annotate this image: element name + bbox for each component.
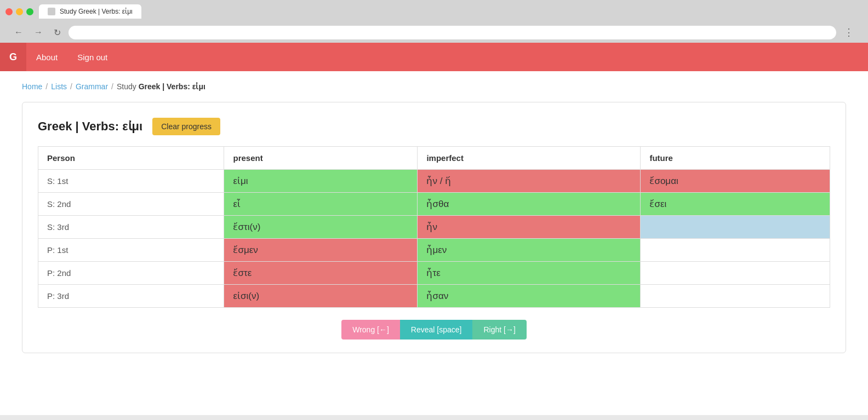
breadcrumb-current: Study Greek | Verbs: εἰμι: [117, 82, 205, 91]
col-header-imperfect: imperfect: [418, 147, 641, 170]
about-link[interactable]: About: [26, 43, 67, 71]
sign-out-link[interactable]: Sign out: [67, 43, 117, 71]
main-content: Home / Lists / Grammar / Study Greek | V…: [0, 71, 868, 364]
right-button[interactable]: Right [→]: [472, 320, 526, 340]
person-cell: S: 2nd: [38, 193, 224, 216]
future-cell[interactable]: [641, 239, 830, 262]
col-header-person: Person: [38, 147, 224, 170]
answer-buttons: Wrong [←] Reveal [space] Right [→]: [38, 320, 830, 340]
present-cell[interactable]: ἔστε: [224, 262, 418, 285]
table-header-row: Person present imperfect future: [38, 147, 830, 170]
person-cell: P: 2nd: [38, 262, 224, 285]
person-cell: S: 1st: [38, 170, 224, 193]
browser-menu-button[interactable]: ⋮: [841, 25, 857, 39]
navbar-brand: G: [0, 43, 26, 71]
person-cell: S: 3rd: [38, 216, 224, 239]
browser-titlebar: Study Greek | Verbs: εἰμι: [5, 4, 863, 19]
col-header-present: present: [224, 147, 418, 170]
browser-tab[interactable]: Study Greek | Verbs: εἰμι: [39, 4, 141, 19]
future-cell[interactable]: [641, 285, 830, 308]
reload-button[interactable]: ↻: [50, 26, 64, 39]
person-cell: P: 3rd: [38, 285, 224, 308]
breadcrumb: Home / Lists / Grammar / Study Greek | V…: [22, 82, 846, 91]
person-cell: P: 1st: [38, 239, 224, 262]
address-bar[interactable]: [68, 26, 836, 39]
future-cell[interactable]: ἔσει: [641, 193, 830, 216]
tab-label: Study Greek | Verbs: εἰμι: [60, 8, 133, 15]
browser-body: G About Sign out Home / Lists / Grammar …: [0, 43, 868, 415]
table-row[interactable]: S: 3rdἔστι(ν)ἦν: [38, 216, 830, 239]
breadcrumb-sep-3: /: [111, 82, 113, 91]
imperfect-cell[interactable]: ἦν / ἥ: [418, 170, 641, 193]
card-title: Greek | Verbs: εἰμι: [38, 119, 142, 134]
tab-favicon: [48, 8, 55, 15]
col-header-future: future: [641, 147, 830, 170]
present-cell[interactable]: εἰμι: [224, 170, 418, 193]
study-card: Greek | Verbs: εἰμι Clear progress Perso…: [22, 102, 846, 353]
clear-progress-button[interactable]: Clear progress: [152, 118, 220, 135]
future-cell[interactable]: [641, 262, 830, 285]
reveal-button[interactable]: Reveal [space]: [400, 320, 473, 340]
imperfect-cell[interactable]: ἦσθα: [418, 193, 641, 216]
breadcrumb-sep-1: /: [45, 82, 48, 91]
present-cell[interactable]: εἰσι(ν): [224, 285, 418, 308]
future-cell[interactable]: [641, 216, 830, 239]
present-cell[interactable]: ἔσμεν: [224, 239, 418, 262]
breadcrumb-lists[interactable]: Lists: [51, 82, 67, 91]
wrong-button[interactable]: Wrong [←]: [341, 320, 400, 340]
present-cell[interactable]: εἶ: [224, 193, 418, 216]
verb-table: Person present imperfect future S: 1stεἰ…: [38, 146, 830, 308]
browser-chrome: Study Greek | Verbs: εἰμι ← → ↻ ⋮: [0, 0, 868, 43]
present-cell[interactable]: ἔστι(ν): [224, 216, 418, 239]
table-row[interactable]: S: 1stεἰμιἦν / ἥἔσομαι: [38, 170, 830, 193]
breadcrumb-sep-2: /: [70, 82, 72, 91]
back-button[interactable]: ←: [11, 26, 26, 38]
imperfect-cell[interactable]: ἦμεν: [418, 239, 641, 262]
table-row[interactable]: P: 2ndἔστεἦτε: [38, 262, 830, 285]
future-cell[interactable]: ἔσομαι: [641, 170, 830, 193]
navbar: G About Sign out: [0, 43, 868, 71]
minimize-dot[interactable]: [16, 8, 23, 15]
imperfect-cell[interactable]: ἦν: [418, 216, 641, 239]
browser-nav: ← → ↻ ⋮: [5, 22, 863, 43]
breadcrumb-home[interactable]: Home: [22, 82, 42, 91]
card-header: Greek | Verbs: εἰμι Clear progress: [38, 118, 830, 135]
breadcrumb-grammar[interactable]: Grammar: [76, 82, 108, 91]
table-row[interactable]: P: 3rdεἰσι(ν)ἦσαν: [38, 285, 830, 308]
imperfect-cell[interactable]: ἦτε: [418, 262, 641, 285]
imperfect-cell[interactable]: ἦσαν: [418, 285, 641, 308]
forward-button[interactable]: →: [31, 26, 46, 38]
close-dot[interactable]: [5, 8, 13, 15]
browser-window-controls: [5, 8, 33, 15]
maximize-dot[interactable]: [26, 8, 33, 15]
table-row[interactable]: S: 2ndεἶἦσθαἔσει: [38, 193, 830, 216]
table-row[interactable]: P: 1stἔσμενἦμεν: [38, 239, 830, 262]
